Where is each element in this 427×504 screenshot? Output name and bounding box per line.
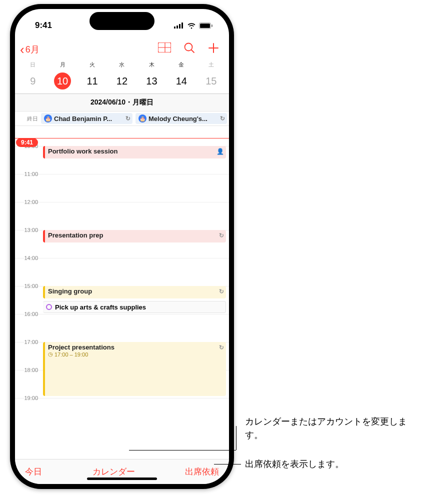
svg-rect-0	[174, 26, 176, 28]
hour-label: 18:00	[17, 367, 38, 373]
week-header: 日 9 月 10 火 11 水 12 木 13 金 14	[15, 60, 229, 94]
date-header: 2024/06/10・月曜日	[15, 94, 229, 112]
today-button[interactable]: 今日	[25, 466, 42, 478]
day-mon[interactable]: 月 10	[48, 60, 77, 94]
search-icon[interactable]	[184, 42, 195, 56]
reminder-ring-icon	[46, 304, 52, 310]
svg-rect-1	[176, 26, 178, 28]
repeat-icon: ↻	[219, 288, 224, 295]
callout-line-1b	[236, 426, 236, 450]
svg-rect-6	[212, 24, 212, 27]
timeline[interactable]: 9:41 10:00 11:00 12:00 13:00 14:00 15:00…	[15, 126, 229, 459]
day-wed[interactable]: 水 12	[107, 60, 136, 94]
hour-label: 14:00	[17, 255, 38, 261]
event-pickup[interactable]: Pick up arts & crafts supplies	[43, 301, 226, 313]
status-time: 9:41	[35, 20, 52, 30]
svg-point-10	[185, 44, 192, 51]
hour-label: 15:00	[17, 283, 38, 289]
svg-rect-2	[179, 24, 180, 28]
cellular-icon	[174, 22, 184, 28]
dynamic-island	[90, 12, 154, 30]
callout-line-2	[214, 464, 241, 464]
day-tue[interactable]: 火 11	[78, 60, 107, 94]
repeat-icon: ↻	[220, 115, 225, 122]
toolbar: 今日 カレンダー 出席依頼	[15, 459, 229, 484]
event-singing[interactable]: Singing group ↻	[43, 286, 226, 298]
hour-label: 12:00	[17, 199, 38, 205]
back-label: 6月	[26, 44, 40, 56]
allday-label: 終日	[17, 115, 38, 122]
callout-inbox: 出席依頼を表示します。	[245, 458, 344, 471]
event-project[interactable]: Project presentations ↻ ◷ 17:00 – 19:00	[43, 342, 226, 396]
wifi-icon	[187, 22, 196, 29]
hour-label: 19:00	[17, 395, 38, 401]
inbox-button[interactable]: 出席依頼	[185, 466, 219, 478]
repeat-icon: ↻	[219, 344, 224, 351]
day-fri[interactable]: 金 14	[166, 60, 196, 94]
allday-event-1[interactable]: 🎂 Chad Benjamin P... ↻	[41, 113, 132, 124]
clock-icon: ◷	[48, 351, 53, 358]
day-sat[interactable]: 土 15	[196, 60, 226, 94]
repeat-icon: ↻	[126, 115, 130, 122]
event-portfolio[interactable]: Portfolio work session 👤	[43, 146, 226, 158]
event-prep[interactable]: Presentation prep ↻	[43, 230, 226, 242]
people-icon: 👤	[216, 148, 224, 155]
svg-rect-5	[200, 24, 210, 28]
birthday-icon: 🎂	[44, 114, 52, 122]
day-sun[interactable]: 日 9	[18, 60, 48, 94]
day-thu[interactable]: 木 13	[137, 60, 166, 94]
hour-label: 13:00	[17, 227, 38, 233]
chevron-left-icon: ‹	[20, 42, 24, 58]
callout-line-1	[129, 450, 236, 450]
phone-frame: 9:41 ‹ 6月	[10, 4, 234, 489]
svg-line-11	[192, 50, 194, 52]
home-indicator[interactable]	[87, 478, 157, 480]
add-icon[interactable]	[208, 42, 219, 56]
screen: 9:41 ‹ 6月	[15, 9, 229, 484]
allday-event-1-text: Chad Benjamin P...	[54, 115, 112, 122]
callout-calendars: カレンダーまたはアカウントを変更します。	[245, 415, 415, 442]
now-badge: 9:41	[16, 138, 38, 147]
repeat-icon: ↻	[219, 232, 224, 239]
nav-bar: ‹ 6月	[15, 39, 229, 60]
hour-label: 11:00	[17, 171, 38, 177]
allday-event-2[interactable]: 🎂 Melody Cheung's... ↻	[136, 113, 227, 124]
battery-icon	[199, 22, 213, 29]
hour-label: 16:00	[17, 311, 38, 317]
birthday-icon: 🎂	[138, 114, 146, 122]
allday-row: 終日 🎂 Chad Benjamin P... ↻ 🎂 Melody Cheun…	[15, 112, 229, 126]
hour-label: 17:00	[17, 339, 38, 345]
back-button[interactable]: ‹ 6月	[20, 42, 40, 58]
event-project-sub: ◷ 17:00 – 19:00	[48, 351, 223, 358]
svg-rect-3	[182, 22, 183, 28]
calendars-button[interactable]: カレンダー	[92, 466, 135, 478]
allday-event-2-text: Melody Cheung's...	[148, 115, 208, 122]
list-view-icon[interactable]	[158, 42, 171, 56]
now-indicator	[15, 138, 229, 138]
